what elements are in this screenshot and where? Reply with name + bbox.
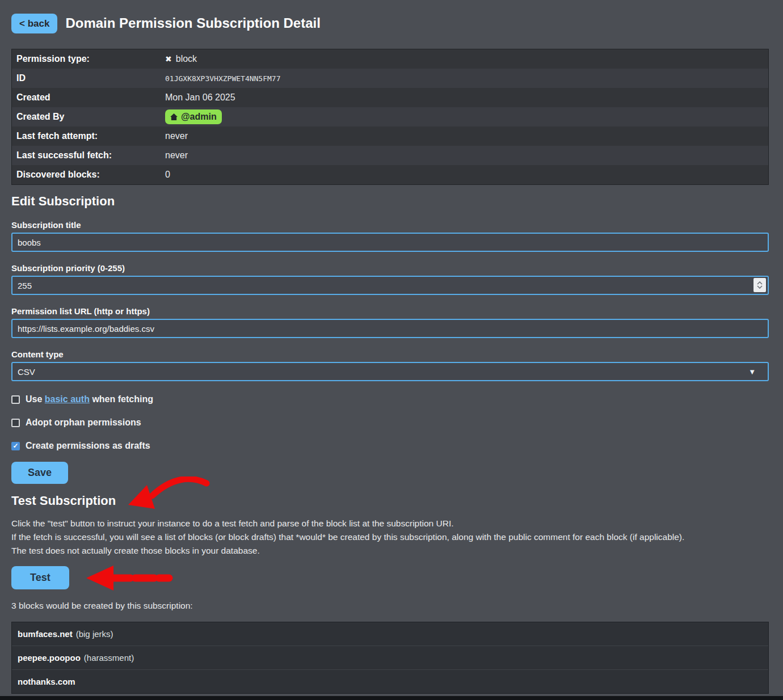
- block-x-icon: ✖: [165, 54, 172, 64]
- table-row-id: ID 01JGXK8XP3VHXZPWET4NN5FM77: [12, 69, 768, 88]
- spinner-down-icon: [757, 285, 763, 289]
- basic-auth-link[interactable]: basic auth: [45, 394, 90, 404]
- number-spinner[interactable]: [753, 278, 766, 292]
- table-row-permission-type: Permission type: ✖ block: [12, 49, 768, 69]
- row-label: Last fetch attempt:: [12, 131, 165, 141]
- test-button[interactable]: Test: [11, 566, 69, 589]
- row-label: Permission type:: [12, 54, 165, 64]
- row-label: Last successful fetch:: [12, 150, 165, 161]
- dropdown-arrow-icon: ▼: [748, 368, 763, 376]
- created-date-value: Mon Jan 06 2025: [165, 92, 768, 103]
- permission-list-url-label: Permission list URL (http or https): [11, 306, 769, 317]
- test-description: Click the "test" button to instruct your…: [11, 517, 769, 558]
- test-description-line: Click the "test" button to instruct your…: [11, 517, 769, 530]
- test-description-line: The test does not actually create those …: [11, 544, 769, 558]
- created-by-admin-badge[interactable]: @admin: [165, 109, 222, 124]
- drafts-label: Create permissions as drafts: [26, 441, 150, 451]
- last-successful-fetch-value: never: [165, 150, 768, 161]
- basic-auth-checkbox[interactable]: [11, 395, 20, 404]
- subscription-priority-label: Subscription priority (0-255): [11, 263, 769, 273]
- basic-auth-checkbox-row: Use basic auth when fetching: [11, 394, 769, 404]
- table-row-last-fetch-attempt: Last fetch attempt: never: [12, 126, 768, 146]
- edit-subscription-heading: Edit Subscription: [11, 194, 769, 209]
- last-fetch-attempt-value: never: [165, 131, 768, 141]
- row-label: ID: [12, 73, 165, 83]
- adopt-orphans-checkbox[interactable]: [11, 419, 20, 427]
- basic-auth-label-prefix: Use: [26, 394, 45, 404]
- window-bottom-edge: [0, 696, 783, 700]
- field-content-type: Content type CSV ▼: [11, 349, 769, 381]
- content-type-label: Content type: [11, 349, 769, 360]
- table-row-discovered-blocks: Discovered blocks: 0: [12, 165, 768, 184]
- test-description-line: If the fetch is successful, you will see…: [11, 530, 769, 544]
- save-button[interactable]: Save: [11, 462, 68, 484]
- drafts-checkbox-row: Create permissions as drafts: [11, 441, 769, 451]
- subscription-title-label: Subscription title: [11, 220, 769, 230]
- list-item: bumfaces.net(big jerks): [12, 622, 768, 646]
- domain-permission-subscription-detail-page: < back Domain Permission Subscription De…: [0, 0, 783, 694]
- created-by-username: @admin: [181, 111, 217, 123]
- block-comment: (harassment): [84, 653, 134, 663]
- field-subscription-title: Subscription title: [11, 220, 769, 252]
- discovered-blocks-value: 0: [165, 170, 768, 180]
- field-subscription-priority: Subscription priority (0-255): [11, 263, 769, 295]
- house-icon: [170, 113, 178, 120]
- page-header: < back Domain Permission Subscription De…: [11, 11, 769, 35]
- row-label: Discovered blocks:: [12, 170, 165, 180]
- basic-auth-label-suffix: when fetching: [90, 394, 153, 404]
- block-domain: bumfaces.net: [18, 629, 73, 639]
- row-label: Created: [12, 92, 165, 103]
- table-row-last-successful-fetch: Last successful fetch: never: [12, 146, 768, 165]
- row-label: Created By: [12, 112, 165, 122]
- list-item: peepee.poopoo(harassment): [12, 646, 768, 669]
- content-type-selected-value: CSV: [18, 367, 35, 377]
- back-button[interactable]: < back: [11, 14, 57, 33]
- block-domain: peepee.poopoo: [18, 653, 81, 663]
- adopt-orphans-checkbox-row: Adopt orphan permissions: [11, 418, 769, 428]
- test-result-blocks-list: bumfaces.net(big jerks) peepee.poopoo(ha…: [11, 622, 769, 694]
- drafts-checkbox[interactable]: [11, 442, 20, 450]
- table-row-created: Created Mon Jan 06 2025: [12, 88, 768, 107]
- subscription-title-input[interactable]: [11, 233, 769, 252]
- list-item: nothanks.com: [12, 669, 768, 693]
- permission-list-url-input[interactable]: [11, 319, 769, 338]
- subscription-id-value: 01JGXK8XP3VHXZPWET4NN5FM77: [165, 74, 768, 83]
- test-result-caption: 3 blocks would be created by this subscr…: [11, 601, 769, 611]
- table-row-created-by: Created By @admin: [12, 107, 768, 126]
- adopt-orphans-label: Adopt orphan permissions: [26, 418, 141, 428]
- content-type-select[interactable]: CSV ▼: [11, 362, 769, 381]
- subscription-details-table: Permission type: ✖ block ID 01JGXK8XP3VH…: [11, 49, 769, 185]
- page-title: Domain Permission Subscription Detail: [65, 15, 320, 31]
- permission-type-value: block: [176, 54, 197, 64]
- subscription-priority-input[interactable]: [11, 276, 769, 295]
- block-domain: nothanks.com: [18, 677, 75, 686]
- block-comment: (big jerks): [76, 629, 113, 639]
- test-subscription-heading: Test Subscription: [11, 494, 769, 508]
- spinner-up-icon: [757, 281, 763, 285]
- field-permission-list-url: Permission list URL (http or https): [11, 306, 769, 338]
